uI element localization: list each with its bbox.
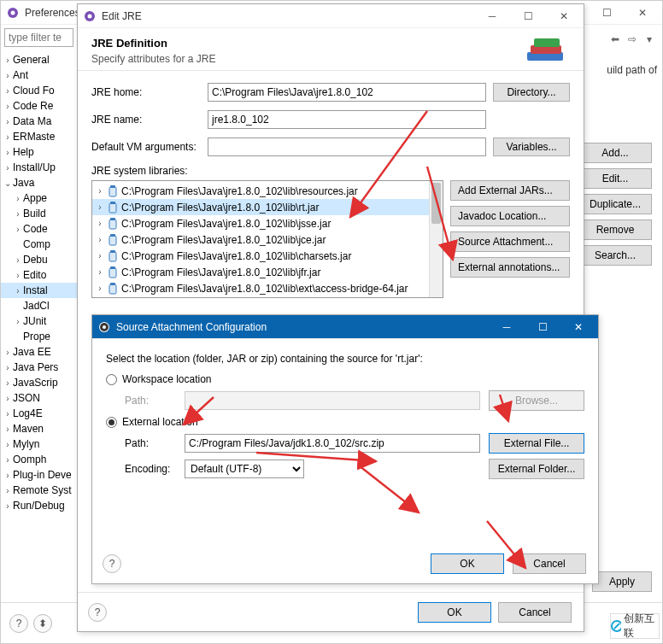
tree-item[interactable]: ›Instal (1, 283, 77, 298)
lib-list-scrollbar[interactable] (429, 181, 443, 297)
workspace-radio[interactable] (106, 374, 117, 385)
expander-icon[interactable]: › (3, 394, 13, 403)
scrollbar-thumb[interactable] (431, 183, 441, 224)
jre-name-input[interactable] (208, 110, 486, 129)
tree-item[interactable]: ›Appe (1, 190, 77, 206)
expander-icon[interactable]: › (3, 163, 13, 173)
tree-item[interactable]: Comp (1, 237, 77, 252)
expander-icon[interactable]: › (3, 440, 13, 449)
expander-icon[interactable]: › (96, 267, 104, 277)
tree-item[interactable]: ⌄Java (1, 175, 77, 190)
edit-max-button[interactable]: ☐ (510, 4, 546, 28)
tree-item[interactable]: ›Code (1, 221, 77, 237)
expander-icon[interactable]: › (13, 255, 23, 265)
expander-icon[interactable]: › (3, 71, 13, 80)
tree-item[interactable]: ›Data Ma (1, 114, 77, 129)
add-button[interactable]: Add... (578, 143, 652, 163)
lib-row[interactable]: ›C:\Program Files\Java\jre1.8.0_102\lib\… (92, 280, 443, 296)
tree-item[interactable]: ›Remote Syst (1, 483, 77, 498)
tree-item[interactable]: ›Java EE (1, 344, 77, 360)
sac-close-button[interactable]: ✕ (560, 315, 596, 339)
duplicate-button[interactable]: Duplicate... (578, 194, 652, 214)
ext-path-input[interactable] (185, 434, 480, 453)
expander-icon[interactable]: › (3, 378, 13, 388)
edit-button[interactable]: Edit... (578, 168, 652, 189)
encoding-select[interactable]: Default (UTF-8) (185, 460, 304, 478)
jre-syslib-list[interactable]: ›C:\Program Files\Java\jre1.8.0_102\lib\… (91, 180, 443, 298)
tree-item[interactable]: Prope (1, 329, 77, 344)
external-file-button[interactable]: External File... (489, 433, 584, 454)
tree-item[interactable]: ›Debu (1, 252, 77, 267)
expander-icon[interactable]: › (96, 284, 104, 293)
expander-icon[interactable]: › (96, 186, 104, 196)
expander-icon[interactable]: ⌄ (3, 179, 13, 188)
expander-icon[interactable]: › (13, 225, 23, 234)
expander-icon[interactable]: › (3, 363, 13, 372)
javadoclocation-button[interactable]: Javadoc Location... (450, 206, 570, 226)
expander-icon[interactable]: › (13, 271, 23, 280)
lib-row[interactable]: ›C:\Program Files\Java\jre1.8.0_102\lib\… (92, 183, 443, 199)
expander-icon[interactable]: › (96, 202, 104, 212)
edit-help-icon[interactable]: ? (88, 603, 107, 622)
edit-cancel-button[interactable]: Cancel (498, 602, 572, 623)
tree-item[interactable]: ›Install/Up (1, 160, 77, 175)
sac-help-icon[interactable]: ? (103, 554, 121, 573)
tree-item[interactable]: ›Run/Debug (1, 498, 77, 513)
tree-item[interactable]: ›Log4E (1, 406, 77, 421)
edit-titlebar[interactable]: Edit JRE ─ ☐ ✕ (78, 4, 584, 28)
expander-icon[interactable]: › (3, 56, 13, 65)
expander-icon[interactable]: › (13, 209, 23, 219)
expander-icon[interactable]: › (3, 486, 13, 495)
tree-item[interactable]: ›Plug-in Deve (1, 467, 77, 483)
expander-icon[interactable]: › (13, 194, 23, 203)
expander-icon[interactable]: › (96, 219, 104, 228)
expander-icon[interactable]: › (3, 132, 13, 142)
expander-icon[interactable]: › (96, 251, 104, 261)
workspace-location-radio-row[interactable]: Workspace location (106, 373, 584, 385)
external-radio[interactable] (106, 417, 117, 428)
tree-item[interactable]: ›Ant (1, 67, 77, 83)
expander-icon[interactable]: › (3, 501, 13, 511)
tree-item[interactable]: ›Oomph (1, 452, 77, 467)
tree-item[interactable]: ›Help (1, 144, 77, 160)
edit-min-button[interactable]: ─ (474, 4, 510, 28)
sac-ok-button[interactable]: OK (431, 553, 504, 574)
help-icon[interactable]: ? (9, 614, 28, 633)
edit-close-button[interactable]: ✕ (546, 4, 582, 28)
tree-item[interactable]: JadCl (1, 298, 77, 313)
sac-max-button[interactable]: ☐ (525, 315, 560, 339)
lib-row[interactable]: ›C:\Program Files\Java\jre1.8.0_102\lib\… (92, 215, 443, 231)
tree-item[interactable]: ›JavaScrip (1, 375, 77, 390)
expander-icon[interactable]: › (3, 424, 13, 434)
lib-row[interactable]: ›C:\Program Files\Java\jre1.8.0_102\lib\… (92, 264, 443, 280)
pref-close-button[interactable]: ✕ (625, 1, 660, 25)
tree-item[interactable]: ›Code Re (1, 98, 77, 114)
directory-button[interactable]: Directory... (493, 83, 570, 102)
search-button[interactable]: Search... (578, 245, 652, 266)
sourceattachment-button[interactable]: Source Attachment... (450, 231, 570, 252)
tree-item[interactable]: ›JUnit (1, 313, 77, 329)
external-location-radio-row[interactable]: External location (106, 416, 584, 428)
expander-icon[interactable]: › (13, 317, 23, 326)
expander-icon[interactable]: › (3, 348, 13, 357)
expander-icon[interactable]: › (3, 409, 13, 419)
expander-icon[interactable]: › (3, 455, 13, 465)
pref-max-button[interactable]: ☐ (589, 1, 625, 25)
sac-titlebar[interactable]: Source Attachment Configuration ─ ☐ ✕ (92, 315, 598, 339)
default-vm-args-input[interactable] (208, 138, 486, 156)
pref-filter-input[interactable] (4, 28, 73, 47)
expander-icon[interactable]: › (3, 117, 13, 126)
edit-ok-button[interactable]: OK (418, 602, 491, 623)
apply-button[interactable]: Apply (592, 571, 652, 592)
tree-item[interactable]: ›Build (1, 206, 77, 221)
pref-tree[interactable]: ›General›Ant›Cloud Fo›Code Re›Data Ma›ER… (1, 50, 77, 513)
tree-item[interactable]: ›Java Pers (1, 360, 77, 375)
tree-item[interactable]: ›JSON (1, 390, 77, 406)
expander-icon[interactable]: › (3, 471, 13, 480)
externalannotations-button[interactable]: External annotations... (450, 257, 570, 278)
lib-row[interactable]: ›C:\Program Files\Java\jre1.8.0_102\lib\… (92, 199, 443, 215)
tree-item[interactable]: ›Edito (1, 267, 77, 283)
lib-row[interactable]: ›C:\Program Files\Java\jre1.8.0_102\lib\… (92, 231, 443, 248)
tree-item[interactable]: ›Maven (1, 421, 77, 436)
expander-icon[interactable]: › (96, 235, 104, 244)
